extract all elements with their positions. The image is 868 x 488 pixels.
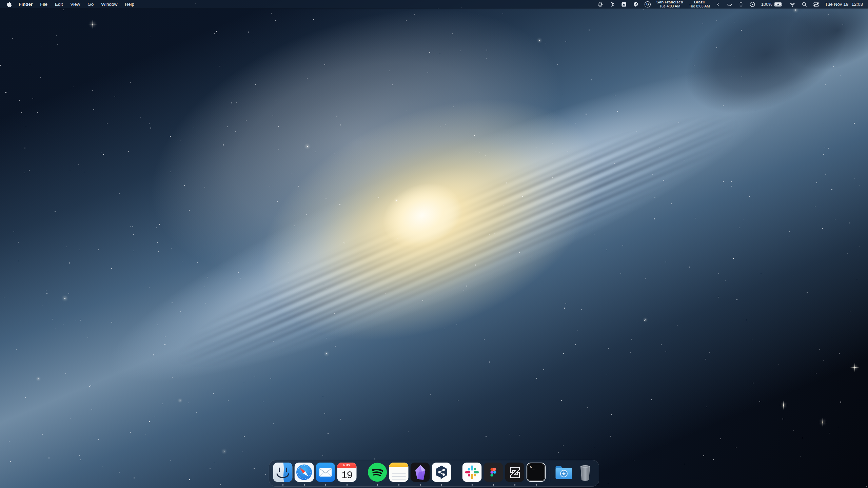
drive-triangle-icon[interactable] <box>621 1 627 7</box>
spotlight-search-icon[interactable] <box>802 1 807 7</box>
star <box>326 353 327 354</box>
dock-calendar[interactable]: NOV 19 <box>336 460 358 486</box>
star <box>716 47 717 48</box>
zed-icon <box>505 463 525 482</box>
dock-hexagon-chat-app[interactable] <box>431 460 452 486</box>
star <box>815 206 815 207</box>
finder-icon <box>273 463 293 482</box>
star <box>749 196 750 197</box>
star <box>575 123 576 123</box>
star <box>307 146 308 147</box>
notes-header <box>389 463 409 467</box>
dock-mail[interactable] <box>315 460 336 486</box>
star <box>324 64 326 65</box>
star <box>570 215 570 215</box>
star <box>91 385 92 386</box>
star <box>841 75 841 76</box>
star <box>718 273 719 274</box>
star <box>645 319 646 320</box>
star <box>677 325 678 326</box>
wifi-icon[interactable] <box>789 2 796 7</box>
star <box>207 277 208 277</box>
star <box>695 218 696 218</box>
star <box>587 407 588 408</box>
menubar-date: Tue Nov 19 <box>825 2 848 7</box>
star <box>429 52 430 53</box>
menubar-time: 12:03 <box>851 2 863 7</box>
star <box>119 193 120 194</box>
figma-status-icon[interactable] <box>609 1 615 7</box>
star <box>244 383 244 383</box>
star <box>84 58 84 58</box>
dock-safari[interactable] <box>294 460 315 486</box>
star <box>63 9 64 10</box>
dock-figma[interactable] <box>483 460 504 486</box>
dock-notes[interactable] <box>388 460 410 486</box>
star <box>384 372 384 372</box>
star <box>610 436 611 437</box>
dock-obsidian[interactable] <box>410 460 431 486</box>
star <box>581 309 582 310</box>
star <box>828 148 829 149</box>
battery-status[interactable]: 100% <box>761 2 783 7</box>
dock-slack[interactable] <box>461 460 483 486</box>
menu-edit[interactable]: Edit <box>51 2 66 7</box>
star <box>63 324 63 325</box>
star <box>326 198 327 199</box>
menu-view[interactable]: View <box>66 2 84 7</box>
calendar-day: 19 <box>337 468 357 482</box>
iphone-mirroring-icon[interactable] <box>738 1 744 7</box>
star <box>378 197 379 198</box>
star <box>189 479 190 480</box>
star <box>627 225 627 225</box>
world-clock-san-francisco[interactable]: San Francisco Tue 4:03 AM <box>656 0 683 8</box>
star <box>623 245 623 246</box>
active-app-menu[interactable]: Finder <box>15 2 36 7</box>
star <box>746 320 747 320</box>
dock-downloads[interactable] <box>553 460 575 486</box>
menu-go[interactable]: Go <box>84 2 97 7</box>
sunburst-icon[interactable] <box>597 1 604 8</box>
star <box>140 117 141 118</box>
control-center-icon[interactable] <box>813 1 819 7</box>
star <box>37 112 37 113</box>
star <box>661 344 662 345</box>
star <box>561 400 562 401</box>
star <box>55 211 56 212</box>
dock-finder[interactable] <box>272 460 294 486</box>
star <box>216 31 217 32</box>
star <box>1 383 1 383</box>
star <box>57 44 58 45</box>
star <box>489 234 490 235</box>
grammarly-icon[interactable]: G <box>645 1 651 7</box>
running-indicator <box>325 484 326 486</box>
star <box>246 120 246 121</box>
star <box>789 231 790 232</box>
dock-terminal[interactable]: >_ <box>526 460 547 486</box>
dotted-arc-icon[interactable] <box>726 1 733 7</box>
menubar-clock[interactable]: Tue Nov 19 12:03 <box>825 2 864 7</box>
star <box>789 236 789 237</box>
now-playing-icon[interactable] <box>749 1 755 7</box>
running-indicator <box>303 484 305 486</box>
star <box>328 433 328 434</box>
star <box>761 273 761 274</box>
star <box>552 177 553 178</box>
star <box>566 303 567 304</box>
star <box>56 35 57 36</box>
star <box>791 416 791 417</box>
menu-window[interactable]: Window <box>97 2 121 7</box>
menu-help[interactable]: Help <box>121 2 138 7</box>
dock-trash[interactable] <box>575 460 596 486</box>
star <box>532 20 532 20</box>
hexagon-share-status-icon[interactable] <box>633 1 639 7</box>
star <box>486 436 487 437</box>
apple-menu[interactable] <box>4 1 15 7</box>
star <box>422 210 422 210</box>
world-clock-brazil[interactable]: Brazil Tue 8:03 AM <box>689 0 710 8</box>
dock-spotify[interactable] <box>367 460 388 486</box>
star <box>479 97 480 97</box>
bluetooth-icon[interactable] <box>716 1 720 7</box>
menu-file[interactable]: File <box>36 2 51 7</box>
dock-zed[interactable] <box>504 460 526 486</box>
